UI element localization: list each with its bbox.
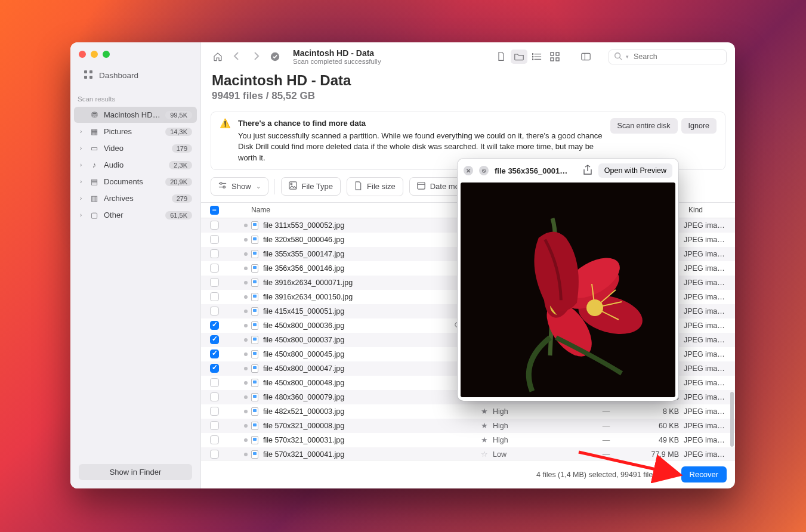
status-dot-icon [244, 267, 248, 270]
star-icon[interactable]: ★ [481, 421, 493, 430]
column-kind[interactable]: Kind [684, 206, 735, 214]
table-row[interactable]: file 570x321_000041.jpg ☆ Low — 77,9 MB … [201, 447, 735, 460]
search-input[interactable] [632, 52, 728, 61]
svg-rect-2 [84, 76, 87, 79]
block-icon[interactable]: ⦸ [479, 166, 489, 175]
view-grid-icon[interactable] [546, 50, 563, 64]
date-cell: — [582, 436, 630, 444]
sidebar-item-label: Audio [104, 160, 164, 169]
chevron-down-icon: ⌄ [256, 183, 261, 190]
file-name: file 3916x2634_000150.jpg [263, 293, 353, 301]
svg-rect-25 [418, 183, 425, 189]
row-checkbox[interactable] [210, 221, 219, 230]
file-size-label: File size [367, 182, 396, 191]
kind-cell: JPEG ima… [684, 279, 735, 287]
fullscreen-window-button[interactable] [103, 51, 110, 58]
column-name[interactable]: Name⌃ [224, 206, 481, 214]
chevron-right-icon: › [80, 195, 85, 202]
row-checkbox[interactable] [210, 321, 219, 330]
kind-cell: JPEG ima… [684, 379, 735, 387]
document-icon [354, 181, 362, 192]
view-document-icon[interactable] [493, 50, 509, 64]
svg-point-21 [220, 183, 223, 185]
file-name: file 450x800_000047.jpg [263, 364, 344, 373]
page-subtitle: 99491 files / 85,52 GB [201, 90, 735, 109]
sidebar-dashboard[interactable]: Dashboard [75, 64, 196, 87]
scan-entire-disk-button[interactable]: Scan entire disk [610, 118, 678, 134]
star-icon[interactable]: ★ [481, 407, 493, 416]
show-in-finder-button[interactable]: Show in Finder [79, 464, 192, 480]
row-checkbox[interactable] [210, 349, 219, 358]
sidebar-item-pictures[interactable]: › ▦ Pictures 14,3K [74, 123, 197, 140]
table-row[interactable]: file 570x321_000008.jpg ★ High — 60 KB J… [201, 419, 735, 433]
share-icon[interactable] [583, 165, 592, 177]
row-checkbox[interactable] [210, 235, 219, 244]
sidebar-item-video[interactable]: › ▭ Video 179 [74, 140, 197, 156]
row-checkbox[interactable] [210, 278, 219, 287]
image-icon: ▦ [89, 127, 99, 136]
audio-icon: ♪ [89, 160, 99, 169]
sidebar-item-macintosh-hd-[interactable]: › ⛃ Macintosh HD -… 99,5K [74, 107, 197, 123]
row-checkbox[interactable] [210, 407, 219, 416]
row-checkbox[interactable] [210, 378, 219, 387]
row-checkbox[interactable] [210, 335, 219, 344]
nav-arrows [232, 51, 261, 63]
sidebar-item-other[interactable]: › ▢ Other 61,5K [74, 207, 197, 223]
sidebar-item-label: Video [104, 144, 167, 153]
kind-cell: JPEG ima… [684, 393, 735, 401]
view-list-icon[interactable] [529, 50, 545, 64]
svg-line-18 [620, 57, 622, 60]
back-button[interactable] [232, 51, 242, 63]
sidebar-item-audio[interactable]: › ♪ Audio 2,3K [74, 157, 197, 173]
toggle-sidebar-icon[interactable] [578, 50, 594, 64]
recover-button[interactable]: Recover [681, 466, 727, 482]
row-checkbox[interactable] [210, 292, 219, 301]
svg-rect-13 [551, 58, 554, 61]
dashboard-label: Dashboard [99, 71, 138, 80]
file-icon [251, 336, 258, 344]
show-filter-button[interactable]: Show ⌄ [211, 177, 268, 196]
row-checkbox[interactable] [210, 435, 219, 444]
chevron-right-icon: › [80, 162, 85, 168]
kind-cell: JPEG ima… [684, 250, 735, 258]
file-name: file 450x800_000036.jpg [263, 321, 344, 330]
open-with-preview-button[interactable]: Open with Preview [598, 163, 672, 178]
row-checkbox[interactable] [210, 392, 219, 401]
home-icon[interactable] [212, 51, 224, 63]
close-popover-button[interactable]: ✕ [464, 166, 473, 175]
status-dot-icon [244, 367, 248, 370]
sidebar: Dashboard Scan results › ⛃ Macintosh HD … [70, 42, 201, 488]
row-checkbox[interactable] [210, 364, 219, 373]
row-checkbox[interactable] [210, 421, 219, 430]
sidebar-item-archives[interactable]: › ▥ Archives 279 [74, 190, 197, 206]
ignore-button[interactable]: Ignore [681, 118, 717, 134]
forward-button[interactable] [251, 51, 261, 63]
close-window-button[interactable] [79, 51, 86, 58]
other-icon: ▢ [89, 211, 99, 219]
count-badge: 279 [172, 194, 192, 203]
search-field[interactable]: ▾ [609, 50, 727, 64]
minimize-window-button[interactable] [91, 51, 98, 58]
header-checkbox-mixed[interactable]: − [210, 206, 219, 215]
doc-icon: ▤ [89, 177, 99, 186]
file-size-filter-button[interactable]: File size [347, 177, 403, 196]
svg-point-9 [532, 56, 533, 57]
sidebar-item-documents[interactable]: › ▤ Documents 20,9K [74, 174, 197, 190]
star-icon[interactable]: ☆ [481, 450, 493, 459]
star-icon[interactable]: ★ [481, 435, 493, 444]
view-folder-icon[interactable] [511, 50, 527, 64]
row-checkbox[interactable] [210, 307, 219, 316]
calendar-icon [417, 181, 425, 191]
file-type-filter-button[interactable]: File Type [281, 177, 341, 196]
footer-bar: 4 files (1,4 MB) selected, 99491 files t… [201, 460, 735, 488]
file-name: file 311x553_000052.jpg [263, 221, 344, 230]
scrollbar-thumb[interactable] [730, 392, 734, 447]
table-row[interactable]: file 570x321_000031.jpg ★ High — 49 KB J… [201, 433, 735, 447]
row-checkbox[interactable] [210, 450, 219, 459]
svg-point-10 [532, 59, 533, 60]
svg-rect-15 [582, 53, 590, 60]
recovery-chance: High [493, 407, 582, 416]
row-checkbox[interactable] [210, 264, 219, 273]
row-checkbox[interactable] [210, 249, 219, 258]
table-row[interactable]: file 482x521_000003.jpg ★ High — 8 KB JP… [201, 404, 735, 419]
